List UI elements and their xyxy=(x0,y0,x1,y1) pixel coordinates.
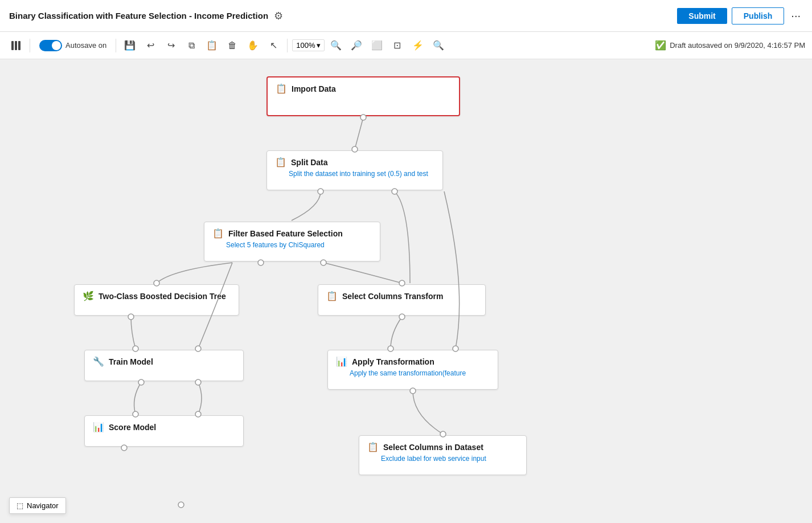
node-icon-apply-transformation: 📊 xyxy=(336,356,347,367)
copy-icon[interactable]: ⧉ xyxy=(182,36,200,55)
svg-point-25 xyxy=(178,502,184,508)
gear-icon[interactable]: ⚙ xyxy=(274,10,283,22)
node-icon-train-model: 🔧 xyxy=(93,356,104,367)
status-dot: ✅ xyxy=(655,40,666,51)
status-bar: ✅ Draft autosaved on 9/9/2020, 4:16:57 P… xyxy=(655,40,805,51)
divider-1 xyxy=(30,39,30,52)
zoom-level: 100% xyxy=(296,41,315,50)
zoom-chevron: ▾ xyxy=(317,41,321,50)
zoom-out-icon[interactable]: 🔎 xyxy=(347,36,366,55)
node-title-import-data: 📋 Import Data xyxy=(276,83,451,94)
submit-button[interactable]: Submit xyxy=(677,8,727,24)
zoom-control[interactable]: 100% ▾ xyxy=(292,39,324,51)
layout-icon[interactable]: ⊡ xyxy=(388,36,407,55)
autosave-label: Autosave on xyxy=(65,41,106,50)
redo-icon[interactable]: ↪ xyxy=(162,36,180,55)
node-title-train-model: 🔧 Train Model xyxy=(93,356,235,367)
node-label-select-columns: Select Columns Transform xyxy=(342,292,443,301)
node-title-filter-feature: 📋 Filter Based Feature Selection xyxy=(212,228,372,239)
page-title: Binary Classification with Feature Selec… xyxy=(9,11,268,21)
node-icon-score-model: 📊 xyxy=(93,422,104,432)
status-text: Draft autosaved on 9/9/2020, 4:16:57 PM xyxy=(670,41,805,50)
node-label-split-data: Split Data xyxy=(291,158,328,167)
canvas: 📋 Import Data 📋 Split Data Split the dat… xyxy=(0,59,812,523)
svg-rect-0 xyxy=(11,41,14,50)
node-icon-select-columns-dataset: 📋 xyxy=(367,442,379,452)
delete-icon[interactable]: 🗑 xyxy=(223,36,241,55)
node-title-two-class-tree: 🌿 Two-Class Boosted Decision Tree xyxy=(83,291,231,301)
node-two-class-tree[interactable]: 🌿 Two-Class Boosted Decision Tree xyxy=(74,284,239,316)
node-icon-split-data: 📋 xyxy=(275,157,286,167)
node-title-split-data: 📋 Split Data xyxy=(275,157,434,167)
node-select-columns[interactable]: 📋 Select Columns Transform xyxy=(318,284,486,316)
fit-screen-icon[interactable]: ⬜ xyxy=(368,36,386,55)
header-left: Binary Classification with Feature Selec… xyxy=(9,10,283,22)
header: Binary Classification with Feature Selec… xyxy=(0,0,812,32)
node-filter-feature[interactable]: 📋 Filter Based Feature Selection Select … xyxy=(204,222,380,262)
node-score-model[interactable]: 📊 Score Model xyxy=(84,415,244,447)
navigator-button[interactable]: ⬚ Navigator xyxy=(9,497,66,514)
node-icon-two-class-tree: 🌿 xyxy=(83,291,94,301)
node-label-two-class-tree: Two-Class Boosted Decision Tree xyxy=(99,292,226,301)
search-icon[interactable]: 🔍 xyxy=(429,36,448,55)
save-icon[interactable]: 💾 xyxy=(121,36,139,55)
node-desc-filter-feature: Select 5 features by ChiSquared xyxy=(212,241,372,249)
svg-line-3 xyxy=(355,117,363,149)
divider-3 xyxy=(287,39,288,52)
node-title-select-columns: 📋 Select Columns Transform xyxy=(326,291,477,301)
navigator-label: Navigator xyxy=(27,501,59,510)
divider-2 xyxy=(116,39,116,52)
node-desc-select-columns-dataset: Exclude label for web service input xyxy=(367,455,518,463)
navigator-icon: ⬚ xyxy=(17,501,23,510)
node-desc-split-data: Split the dataset into training set (0.5… xyxy=(275,170,434,178)
library-icon[interactable] xyxy=(7,36,25,55)
node-label-score-model: Score Model xyxy=(109,423,156,432)
header-right: Submit Publish ··· xyxy=(677,7,803,24)
node-label-filter-feature: Filter Based Feature Selection xyxy=(228,229,343,238)
paste-icon[interactable]: 📋 xyxy=(203,36,221,55)
toggle-switch[interactable] xyxy=(39,40,62,51)
node-label-select-columns-dataset: Select Columns in Dataset xyxy=(383,443,483,452)
pan-icon[interactable]: ✋ xyxy=(244,36,262,55)
node-train-model[interactable]: 🔧 Train Model xyxy=(84,350,244,381)
node-desc-apply-transformation: Apply the same transformation(feature xyxy=(336,369,490,377)
node-select-columns-dataset[interactable]: 📋 Select Columns in Dataset Exclude labe… xyxy=(359,435,527,475)
node-label-import-data: Import Data xyxy=(292,84,336,93)
node-title-select-columns-dataset: 📋 Select Columns in Dataset xyxy=(367,442,518,452)
undo-icon[interactable]: ↩ xyxy=(141,36,159,55)
node-icon-filter-feature: 📋 xyxy=(212,228,224,239)
node-split-data[interactable]: 📋 Split Data Split the dataset into trai… xyxy=(266,150,443,190)
more-icon[interactable]: ··· xyxy=(789,9,803,22)
node-label-apply-transformation: Apply Transformation xyxy=(352,357,434,366)
node-icon-select-columns: 📋 xyxy=(326,291,338,301)
select-icon[interactable]: ↖ xyxy=(264,36,282,55)
node-icon-import-data: 📋 xyxy=(276,83,287,94)
zoom-in-icon[interactable]: 🔍 xyxy=(327,36,345,55)
svg-rect-1 xyxy=(15,41,17,50)
node-apply-transformation[interactable]: 📊 Apply Transformation Apply the same tr… xyxy=(327,350,498,390)
node-label-train-model: Train Model xyxy=(109,357,153,366)
node-title-score-model: 📊 Score Model xyxy=(93,422,235,432)
svg-rect-2 xyxy=(18,41,20,50)
autosave-toggle[interactable]: Autosave on xyxy=(35,40,111,51)
publish-button[interactable]: Publish xyxy=(732,7,785,24)
run-icon[interactable]: ⚡ xyxy=(409,36,427,55)
node-title-apply-transformation: 📊 Apply Transformation xyxy=(336,356,490,367)
toolbar: Autosave on 💾 ↩ ↪ ⧉ 📋 🗑 ✋ ↖ 100% ▾ 🔍 🔎 ⬜… xyxy=(0,32,812,59)
toggle-knob xyxy=(52,41,61,50)
node-import-data[interactable]: 📋 Import Data xyxy=(266,76,460,116)
